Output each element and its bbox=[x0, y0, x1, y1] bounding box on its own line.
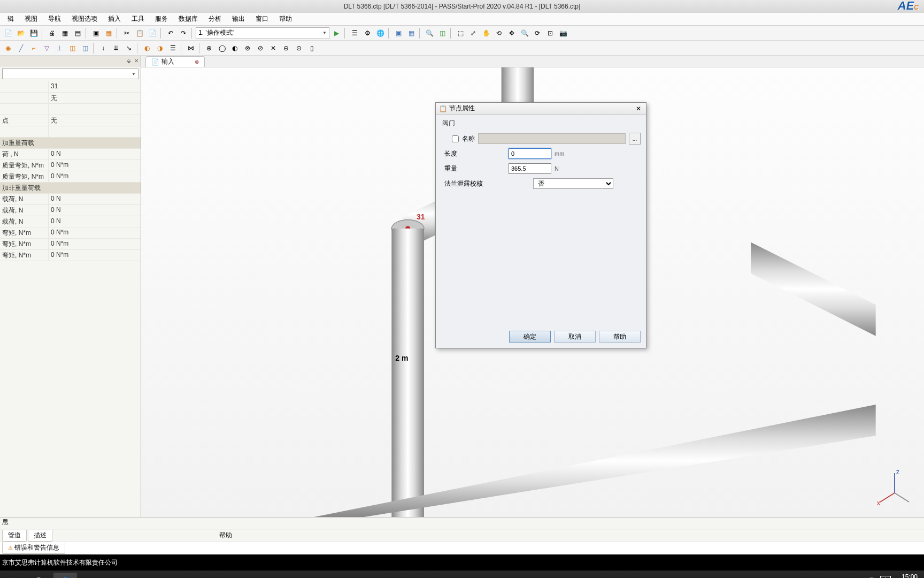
menu-view[interactable]: 视图 bbox=[19, 13, 43, 25]
taskbar-app-magnifier[interactable]: 🔍 bbox=[28, 573, 51, 578]
menu-analysis[interactable]: 分析 bbox=[203, 13, 227, 25]
property-row[interactable]: 载荷, N0 N bbox=[0, 216, 141, 227]
tool3-icon[interactable]: ☰ bbox=[167, 42, 179, 54]
run-icon[interactable]: ▶ bbox=[330, 27, 342, 39]
zoom-extents-icon[interactable]: ⤢ bbox=[467, 27, 479, 39]
property-row[interactable]: 质量弯矩, N*m0 N*m bbox=[0, 160, 141, 171]
misc5-icon[interactable]: ⊘ bbox=[255, 42, 266, 54]
property-row[interactable]: 弯矩, N*m0 N*m bbox=[0, 239, 141, 250]
misc1-icon[interactable]: ⊕ bbox=[203, 42, 215, 54]
ok-button[interactable]: 确定 bbox=[509, 331, 551, 343]
misc2-icon[interactable]: ◯ bbox=[216, 42, 228, 54]
redo-icon[interactable]: ↷ bbox=[178, 27, 189, 39]
property-row[interactable]: 载荷, N0 N bbox=[0, 205, 141, 216]
property-row[interactable]: 无 bbox=[0, 93, 141, 104]
property-row[interactable]: 弯矩, N*m0 N*m bbox=[0, 227, 141, 239]
view1-icon[interactable]: ▣ bbox=[392, 27, 404, 39]
menu-tools[interactable]: 工具 bbox=[126, 13, 150, 25]
property-value[interactable]: 0 N*m bbox=[48, 227, 141, 238]
elbow-icon[interactable]: ⌐ bbox=[28, 42, 40, 54]
refresh-icon[interactable]: ⟳ bbox=[532, 27, 543, 39]
table-icon[interactable]: ▦ bbox=[103, 27, 114, 39]
property-value[interactable]: 0 N*m bbox=[48, 160, 141, 171]
anchor-icon[interactable]: ⊥ bbox=[53, 42, 65, 54]
camera-icon[interactable]: 📷 bbox=[557, 27, 569, 39]
undo-icon[interactable]: ↶ bbox=[165, 27, 176, 39]
property-row[interactable]: 点无 bbox=[0, 115, 141, 126]
cube-icon[interactable]: ◫ bbox=[436, 27, 448, 39]
move-icon[interactable]: ✥ bbox=[506, 27, 518, 39]
globe-icon[interactable]: 🌐 bbox=[374, 27, 386, 39]
taskbar-app-word[interactable]: W bbox=[79, 573, 103, 578]
menu-view-options[interactable]: 视图选项 bbox=[66, 13, 103, 25]
help-button[interactable]: 帮助 bbox=[599, 331, 641, 343]
misc6-icon[interactable]: ✕ bbox=[267, 42, 279, 54]
pan-icon[interactable]: ✋ bbox=[480, 27, 492, 39]
menu-insert[interactable]: 插入 bbox=[103, 13, 126, 25]
load1-icon[interactable]: ↓ bbox=[97, 42, 109, 54]
property-row[interactable] bbox=[0, 126, 141, 138]
browse-button[interactable]: ... bbox=[629, 133, 641, 144]
property-value[interactable]: 0 N bbox=[48, 149, 141, 159]
property-row[interactable]: 载荷, N0 N bbox=[0, 194, 141, 205]
misc7-icon[interactable]: ⊖ bbox=[280, 42, 292, 54]
property-row[interactable]: 质量弯矩, N*m0 N*m bbox=[0, 171, 141, 182]
valve-icon[interactable]: ⋈ bbox=[185, 42, 197, 54]
menu-navigate[interactable]: 导航 bbox=[43, 13, 66, 25]
tab-input-model[interactable]: 📄 输入 ⊗ bbox=[145, 56, 205, 67]
property-value[interactable]: 0 N bbox=[48, 216, 141, 227]
load2-icon[interactable]: ⇊ bbox=[110, 42, 122, 54]
settings-icon[interactable]: ⚙ bbox=[361, 27, 373, 39]
taskbar-app-startprof[interactable]: 🔵 bbox=[53, 573, 77, 578]
system-clock[interactable]: 15:00 2020/7/ bbox=[896, 574, 918, 578]
pipe-icon[interactable]: ╱ bbox=[15, 42, 27, 54]
property-value[interactable]: 31 bbox=[48, 81, 141, 92]
load3-icon[interactable]: ↘ bbox=[123, 42, 135, 54]
grid-icon[interactable]: ▣ bbox=[90, 27, 102, 39]
length-input[interactable] bbox=[509, 148, 551, 159]
tool1-icon[interactable]: ◐ bbox=[141, 42, 153, 54]
property-value[interactable]: 无 bbox=[48, 115, 141, 126]
fit-icon[interactable]: ⊡ bbox=[544, 27, 556, 39]
property-row[interactable]: 弯矩, N*m0 N*m bbox=[0, 250, 141, 261]
misc4-icon[interactable]: ⊗ bbox=[242, 42, 253, 54]
menu-edit[interactable]: 辑 bbox=[2, 13, 19, 25]
property-row[interactable]: 加非重量荷载 bbox=[0, 182, 141, 194]
property-value[interactable]: 无 bbox=[48, 93, 141, 103]
print-icon[interactable]: 🖨 bbox=[46, 27, 58, 39]
weight-input[interactable] bbox=[509, 163, 551, 174]
property-value[interactable]: 0 N*m bbox=[48, 171, 141, 182]
property-value[interactable]: 0 N bbox=[48, 194, 141, 204]
menu-database[interactable]: 数据库 bbox=[173, 13, 203, 25]
new-icon[interactable]: 📄 bbox=[2, 27, 14, 39]
tab-errors-warnings[interactable]: ⚠ 错误和警告信息 bbox=[2, 542, 65, 554]
misc3-icon[interactable]: ◐ bbox=[229, 42, 241, 54]
property-row[interactable] bbox=[0, 104, 141, 115]
save-icon[interactable]: 💾 bbox=[28, 27, 40, 39]
taskbar-app-explorer[interactable]: 📁 bbox=[2, 573, 26, 578]
property-value[interactable] bbox=[48, 104, 141, 115]
open-icon[interactable]: 📂 bbox=[15, 27, 27, 39]
misc9-icon[interactable]: ▯ bbox=[306, 42, 318, 54]
tab-description[interactable]: 描述 bbox=[28, 530, 52, 542]
cancel-button[interactable]: 取消 bbox=[554, 331, 596, 343]
view2-icon[interactable]: ▦ bbox=[405, 27, 417, 39]
dialog-titlebar[interactable]: 📋 节点属性 ✕ bbox=[436, 103, 646, 115]
copy-icon[interactable]: 📋 bbox=[134, 27, 145, 39]
canvas-3d[interactable]: 31 32 1 m 2 m 📋 节点属性 ✕ 阀门 名称 bbox=[141, 67, 924, 517]
close-icon[interactable]: ✕ bbox=[634, 104, 643, 113]
wizard-icon[interactable]: ▤ bbox=[72, 27, 83, 39]
misc8-icon[interactable]: ⊙ bbox=[293, 42, 305, 54]
tab-pipe[interactable]: 管道 bbox=[2, 530, 27, 542]
node-icon[interactable]: ◉ bbox=[2, 42, 14, 54]
tool2-icon[interactable]: ◑ bbox=[154, 42, 166, 54]
support-icon[interactable]: ▽ bbox=[41, 42, 52, 54]
property-value[interactable]: 0 N bbox=[48, 205, 141, 216]
element2-icon[interactable]: ◫ bbox=[79, 42, 91, 54]
property-value[interactable]: 0 N*m bbox=[48, 250, 141, 261]
operation-mode-dropdown[interactable]: 1. '操作模式' ▼ bbox=[196, 27, 329, 39]
property-value[interactable]: 0 N*m bbox=[48, 239, 141, 249]
menu-help[interactable]: 帮助 bbox=[274, 13, 297, 25]
property-value[interactable] bbox=[48, 126, 141, 137]
name-input[interactable] bbox=[478, 133, 626, 144]
